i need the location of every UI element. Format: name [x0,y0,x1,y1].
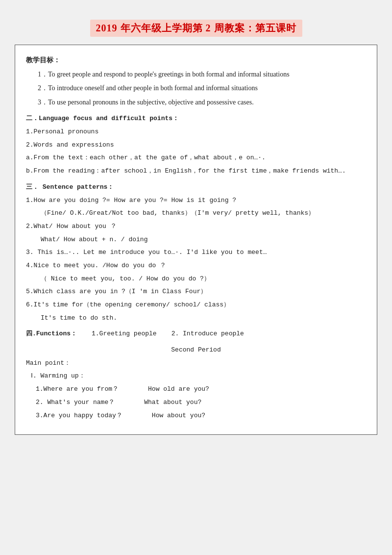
sp-2-sub: What/ How about + n. / doing [41,234,366,246]
sp-6-sub: It's time to do sth. [41,312,366,325]
goal-2: 2．To introduce oneself and other people … [38,82,366,95]
goal-3: 3．To use personal pronouns in the subjec… [38,96,366,109]
teaching-goals-section: 教学目标： 1．To greet people and respond to p… [26,54,366,109]
sentence-patterns-header: 三． Sentence patterns： [26,181,366,194]
second-period-label: Second Period [26,344,366,356]
lang-item-b: b.From the reading：after school，in Engli… [26,165,366,177]
function-item-2: 2. Introduce people [172,328,244,340]
teaching-goals-header: 教学目标： [26,54,366,67]
functions-row: 四.Functions： 1.Greeting people 2. Introd… [26,328,366,340]
functions-section: 四.Functions： 1.Greeting people 2. Introd… [26,328,366,340]
language-focus-section: 二．Language focus and difficult points： 1… [26,113,366,177]
sp-4: 4.Nice to meet you. /How do you do ？ [26,260,366,272]
warming-q2-a: What about you? [144,397,201,409]
warming-q3: 3.Are you happy today？ How about you? [36,410,366,422]
lang-item-1: 1.Personal pronouns [26,126,366,138]
language-focus-header: 二．Language focus and difficult points： [26,113,366,125]
warming-q2: 2. What's your name？ What about you? [36,397,366,409]
warming-q1-q: 1.Where are you from？ [36,383,119,396]
warming-q1-a: How old are you? [148,383,209,396]
goal-1: 1．To greet people and respond to people'… [38,68,366,81]
sp-2: 2.What/ How about you ？ [26,221,366,233]
warming-up-label: Ⅰ. Warming up： [31,370,366,382]
function-item-1: 1.Greeting people [92,328,157,340]
functions-header: 四.Functions： [26,328,77,340]
sp-1-ans: （Fine/ O.K./Great/Not too bad, thanks）（I… [41,207,366,220]
warming-q2-q: 2. What's your name？ [36,397,115,409]
sp-4-sub: （ Nice to meet you, too. / How do you do… [41,273,366,285]
lang-item-a: a.From the text：each other，at the gate o… [26,152,366,164]
sentence-patterns-section: 三． Sentence patterns： 1.How are you doin… [26,181,366,325]
warming-q3-a: How about you? [152,410,205,422]
warming-q1: 1.Where are you from？ How old are you? [36,383,366,396]
sp-3: 3. This is…·.. Let me introduce you to…·… [26,247,366,259]
sp-1: 1.How are you doing ?= How are you ?= Ho… [26,195,366,207]
sp-5: 5.Which class are you in ?（I 'm in Class… [26,286,366,298]
main-point-label: Main point： [26,357,366,370]
warming-q3-q: 3.Are you happy today？ [36,410,122,422]
lang-item-2: 2.Words and expressions [26,139,366,151]
warming-up-section: Ⅰ. Warming up： 1.Where are you from？ How… [26,370,366,422]
content-box: 教学目标： 1．To greet people and respond to p… [15,45,377,435]
page-title: 2019 年六年级上学期第 2 周教案：第五课时 [90,20,302,37]
sp-6: 6.It's time for（the opening ceremony/ sc… [26,299,366,311]
